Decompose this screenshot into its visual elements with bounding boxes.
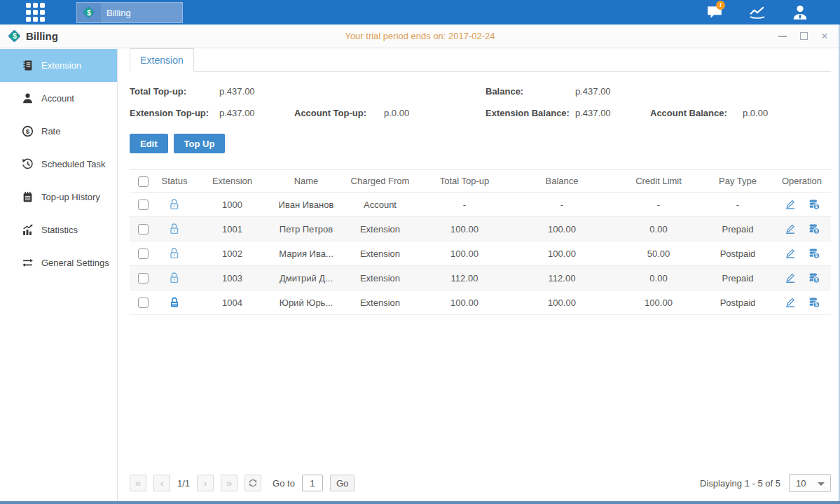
col-name: Name [272,170,340,192]
edit-row-button[interactable] [784,247,797,260]
main-content: Extension Total Top-up: p.437.00 Balance… [118,48,840,501]
prev-page-button[interactable]: ‹ [153,475,170,491]
chat-icon[interactable]: ! [703,4,727,22]
credit-limit-cell: 0.00 [614,266,703,290]
tab-strip: Extension [130,48,831,72]
sidebar-item-general-settings[interactable]: General Settings [0,246,117,279]
edit-row-button[interactable] [784,272,797,284]
topup-row-button[interactable]: $ [808,272,820,284]
sidebar-item-label: Scheduled Task [41,159,106,169]
col-extension: Extension [193,170,272,192]
total-topup-value: p.437.00 [219,86,294,97]
svg-text:$: $ [815,204,818,209]
name-cell: Мария Ива... [272,241,340,266]
edit-row-button[interactable] [784,198,797,211]
col-balance: Balance [509,170,614,192]
sidebar-item-extension[interactable]: Extension [0,49,117,82]
topup-row-button[interactable]: $ [808,198,820,211]
row-checkbox[interactable] [138,200,149,210]
charged-from-cell: Extension [340,266,420,290]
svg-text:$: $ [815,253,818,258]
balance-cell: 100.00 [509,217,614,241]
next-page-button[interactable]: › [197,475,214,491]
maximize-button[interactable] [798,31,809,42]
table-row: 1002Мария Ива...Extension100.00100.0050.… [130,241,831,266]
pay-type-cell: Postpaid [703,290,773,315]
sidebar-item-rate[interactable]: $ Rate [0,115,117,148]
window-bottom-edge [0,501,840,504]
person-icon[interactable] [788,4,812,22]
page-size-select[interactable]: 10 [789,474,831,492]
col-pay-type: Pay Type [703,170,773,192]
table-row: 1000Иван ИвановAccount----$ [130,192,831,217]
charged-from-cell: Extension [340,290,420,315]
edit-row-button[interactable] [784,223,797,235]
dollar-circle-icon: $ [22,125,34,137]
extension-cell: 1000 [193,192,272,217]
app-grid-icon[interactable] [26,3,45,22]
sidebar-item-label: Statistics [41,225,78,235]
balance-value: p.437.00 [575,86,650,97]
first-page-button[interactable]: « [130,475,146,491]
sidebar-item-label: Extension [41,60,81,71]
col-total-topup: Total Top-up [420,170,509,192]
ledger-icon [22,59,34,71]
pay-type-cell: Postpaid [703,241,773,266]
table-row: 1001Петр ПетровExtension100.00100.000.00… [130,217,831,241]
edit-button[interactable]: Edit [130,134,168,153]
top-up-button[interactable]: Top Up [174,134,226,153]
billing-app-icon: $ [8,30,21,43]
extension-topup-value: p.437.00 [219,108,294,118]
chevron-down-icon [818,482,825,486]
row-checkbox[interactable] [138,248,149,259]
name-cell: Дмитрий Д... [272,266,340,290]
sidebar: Extension Account $ Rate [0,48,118,501]
close-button[interactable]: × [819,31,830,42]
total-topup-label: Total Top-up: [130,86,219,97]
line-chart-icon[interactable] [745,4,769,22]
go-button[interactable]: Go [330,475,354,491]
balance-cell: - [509,192,614,217]
extension-cell: 1002 [193,241,272,266]
svg-text:$: $ [815,228,818,234]
notepad-icon [22,191,34,203]
col-credit-limit: Credit Limit [614,170,703,192]
topup-row-button[interactable]: $ [808,296,820,309]
sidebar-item-topup-history[interactable]: Top-up History [0,181,117,214]
total-topup-cell: 100.00 [420,290,509,315]
topup-row-button[interactable]: $ [808,223,820,235]
refresh-button[interactable] [245,475,261,491]
credit-limit-cell: 50.00 [614,241,703,266]
last-page-button[interactable]: » [221,475,237,491]
extension-cell: 1001 [193,217,272,241]
row-checkbox[interactable] [138,224,149,234]
person-icon [22,92,34,104]
extension-topup-label: Extension Top-up: [130,108,219,118]
sliders-icon [22,257,34,269]
goto-page-input[interactable] [302,475,323,491]
row-checkbox[interactable] [138,273,149,284]
lock-open-icon [168,247,181,260]
select-all-checkbox[interactable] [138,176,149,187]
name-cell: Иван Иванов [272,192,340,217]
col-charged-from: Charged From [340,170,420,192]
total-topup-cell: 112.00 [420,266,509,290]
minimize-button[interactable] [777,31,788,42]
row-checkbox[interactable] [138,298,149,308]
account-balance-label: Account Balance: [650,108,743,118]
table-row: 1003Дмитрий Д...Extension112.00112.000.0… [130,266,831,290]
edit-row-button[interactable] [784,296,797,309]
account-topup-value: p.0.00 [384,108,486,118]
sidebar-item-account[interactable]: Account [0,82,117,115]
dollar-diamond-icon: $ [77,3,101,22]
svg-text:$: $ [815,277,818,283]
sidebar-item-scheduled-task[interactable]: Scheduled Task [0,148,117,181]
displaying-text: Displaying 1 - 5 of 5 [700,478,780,489]
sidebar-item-statistics[interactable]: Statistics [0,214,117,246]
credit-limit-cell: - [614,192,703,217]
topup-row-button[interactable]: $ [808,247,820,260]
clock-history-icon [22,158,34,170]
tab-extension[interactable]: Extension [130,48,194,72]
topbar-tab-billing[interactable]: $ Billing [76,2,183,23]
extension-balance-value: p.437.00 [575,108,650,118]
